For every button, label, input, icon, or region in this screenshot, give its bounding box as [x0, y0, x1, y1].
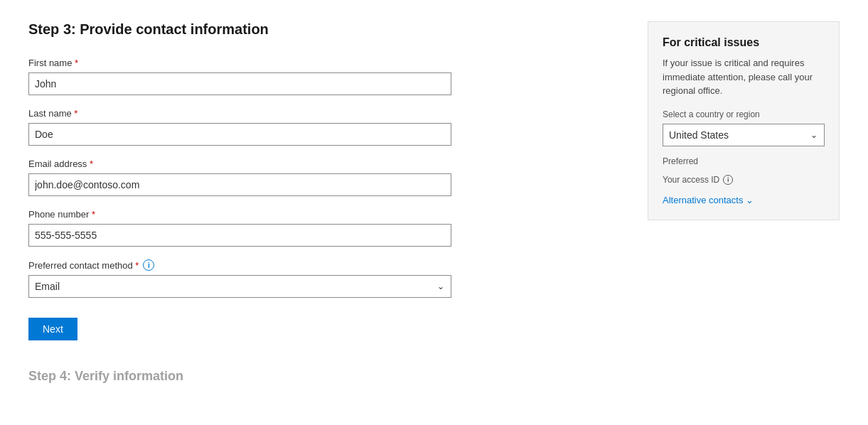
contact-method-info-icon[interactable]: i: [143, 259, 154, 271]
alternative-contacts-chevron-icon: ⌄: [746, 195, 754, 205]
sidebar-preferred-label: Preferred: [663, 156, 825, 166]
required-indicator: *: [133, 260, 139, 271]
sidebar-country-select[interactable]: United States United Kingdom Canada Aust…: [663, 124, 825, 146]
access-id-info-icon[interactable]: i: [723, 175, 733, 185]
step3-title: Step 3: Provide contact information: [28, 21, 483, 38]
required-indicator: *: [89, 209, 95, 220]
contact-method-group: Preferred contact method * i Email Phone…: [28, 259, 483, 298]
required-indicator: *: [72, 58, 78, 68]
phone-group: Phone number *: [28, 209, 483, 247]
critical-issues-card: For critical issues If your issue is cri…: [648, 21, 840, 220]
sidebar-access-id-label: Your access ID: [663, 175, 719, 185]
next-button[interactable]: Next: [28, 318, 77, 340]
sidebar: For critical issues If your issue is cri…: [648, 21, 840, 404]
phone-label: Phone number *: [28, 209, 483, 220]
first-name-group: First name *: [28, 58, 483, 95]
alternative-contacts-link[interactable]: Alternative contacts ⌄: [663, 195, 825, 205]
sidebar-card-title: For critical issues: [663, 36, 825, 49]
last-name-label: Last name *: [28, 108, 483, 119]
first-name-label: First name *: [28, 58, 483, 68]
contact-method-select-wrapper: Email Phone ⌄: [28, 275, 451, 298]
email-input[interactable]: [28, 173, 451, 196]
first-name-input[interactable]: [28, 72, 451, 95]
email-group: Email address *: [28, 158, 483, 196]
contact-method-label-row: Preferred contact method * i: [28, 259, 483, 271]
main-form-section: Step 3: Provide contact information Firs…: [28, 21, 512, 404]
sidebar-access-id-row: Your access ID i: [663, 175, 825, 185]
sidebar-country-label: Select a country or region: [663, 109, 825, 119]
step4-title: Step 4: Verify information: [28, 369, 483, 384]
last-name-input[interactable]: [28, 123, 451, 146]
last-name-group: Last name *: [28, 108, 483, 146]
required-indicator: *: [87, 158, 93, 169]
email-label: Email address *: [28, 158, 483, 169]
phone-input[interactable]: [28, 224, 451, 247]
sidebar-card-description: If your issue is critical and requires i…: [663, 56, 825, 98]
contact-method-label: Preferred contact method *: [28, 260, 139, 271]
required-indicator: *: [72, 108, 78, 119]
sidebar-country-select-wrapper: United States United Kingdom Canada Aust…: [663, 124, 825, 146]
contact-method-select[interactable]: Email Phone: [28, 275, 451, 298]
